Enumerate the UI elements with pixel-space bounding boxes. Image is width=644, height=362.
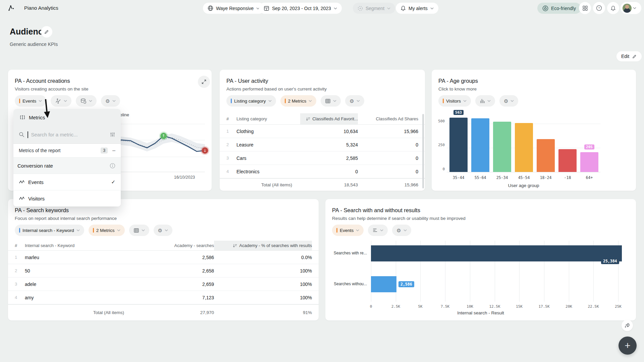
column-header-sorted[interactable]: Academy - % of searches with results [214,241,312,250]
chevron-down-icon [64,100,67,102]
assistant-button[interactable] [622,320,633,331]
chart-type-selector-pill[interactable] [129,225,149,236]
column-header[interactable]: # [15,243,25,248]
widget-settings-pill[interactable]: ⚙ [345,95,364,107]
table-row[interactable]: 4 Electronics 0 0 [220,165,425,178]
column-header-sorted[interactable]: Classifieds Ad Favorit... [300,113,358,124]
page-subtitle: Generic audience KPIs [10,42,58,47]
age-bar-35-44[interactable] [449,118,468,172]
table-row[interactable]: 4 amy 7,123 100% [8,291,319,304]
dimension-pill-label: Internal search - Keyword [22,228,74,233]
widget-settings-pill[interactable]: ⚙ [392,225,411,236]
help-button[interactable]: ? [593,2,605,14]
date-range-selector[interactable]: Sep 20, 2023 - Oct 19, 2023 [259,3,342,14]
site-selector[interactable]: Waye Responsive [203,3,264,14]
chart-type-selector-pill[interactable] [321,95,341,107]
help-icon: ? [596,5,602,11]
my-alerts[interactable]: My alerts [396,3,438,14]
age-bar-45-54[interactable] [515,123,533,172]
filter-sliders-icon[interactable] [110,132,115,137]
eco-tree-icon [542,5,548,11]
horizontal-bars-icon [372,228,378,233]
result-bar-1[interactable] [371,276,396,292]
info-icon[interactable] [110,163,115,169]
metrics-of-report-section[interactable]: Metrics of the report 3 – [13,144,121,157]
chart-type-selector-pill[interactable] [475,95,495,107]
svg-text:↑: ↑ [162,134,165,138]
age-bar-55-64[interactable] [471,118,489,172]
x-axis-tick-label: 25-34 [496,175,508,180]
table-row[interactable]: 2 Leasure 5,324 0 [220,138,425,152]
x-axis-tick-label: 64+ [586,175,593,180]
segment-selector[interactable]: Segment [353,3,395,14]
check-icon: ✓ [111,179,115,185]
chevron-down-icon [334,7,337,9]
data-source-selector-pill[interactable] [76,95,97,107]
metric-search-input[interactable] [31,132,107,137]
apps-grid-button[interactable] [579,2,591,14]
chart-type-selector-pill[interactable] [51,95,71,107]
chevron-down-icon [165,229,168,231]
table-row[interactable]: 3 adele 2,659 100% [8,278,319,291]
collapse-icon[interactable]: – [112,147,115,154]
dropdown-header: Metrics [13,109,121,126]
eco-friendly-badge[interactable]: Eco-friendly [537,3,581,14]
column-header[interactable]: # [226,116,236,121]
metric-pill-label: Visitors [446,99,461,104]
age-bar-25-34[interactable] [493,122,511,172]
widget-settings-pill[interactable]: ⚙ [154,225,172,236]
age-bar-64+[interactable] [580,152,598,172]
widget-subtitle: Actions performed based on user's curren… [226,86,327,92]
metric-selector-pill[interactable]: Events [332,225,364,236]
bar-category-label: Searches with re... [328,251,367,255]
edit-dashboard-button[interactable]: Edit [616,51,642,61]
age-bar-18-24[interactable] [537,139,555,172]
table-row[interactable]: 1 Clothing 10,634 15,966 [220,125,425,138]
table-row[interactable]: 1 marleu 2,586 0.0% [8,251,319,264]
table-row[interactable]: 3 Cars 2,585 0 [220,152,425,165]
annotation-arrow [40,97,53,123]
add-widget-button[interactable]: + [619,337,637,355]
user-menu[interactable] [621,2,641,14]
rocket-icon [624,322,630,328]
topbar: Piano Analytics Waye Responsive Sep 20, … [0,0,644,16]
age-bar--18[interactable] [558,149,577,172]
expand-widget-button[interactable] [198,76,210,88]
result-bar-0[interactable] [371,245,622,261]
dropdown-item-conversion-rate[interactable]: Conversion rate [13,157,121,174]
table-scrollbar[interactable] [422,114,424,188]
column-header[interactable]: Internal search - Keyword [25,243,132,248]
widget-subtitle: Click to know more [438,86,477,92]
chevron-down-icon [112,100,116,102]
column-header[interactable]: Classifieds Ad Shares [358,116,418,121]
widget-title: PA - Age groups [438,78,478,84]
chart-type-selector-pill[interactable] [368,225,388,236]
metric-selector-pill[interactable]: 2 Metrics [280,95,317,107]
age-groups-bar-chart: 56335-4455-6425-3445-5418-24-1820564+ [447,115,600,172]
column-header[interactable]: Listing category [236,116,300,121]
widget-settings-pill[interactable]: ⚙ [101,95,120,107]
column-header[interactable]: Academy - searches [132,243,214,248]
x-axis-tick-label: 7.5K [441,304,450,309]
table-row[interactable]: 2 50 2,658 100% [8,264,319,278]
metric-pill-label: Events [340,228,354,233]
dimension-selector-pill[interactable]: Listing category [226,95,276,107]
dropdown-item-visitors[interactable]: Visitors [13,190,121,206]
rename-dashboard-button[interactable] [41,26,52,38]
widget-settings-pill[interactable]: ⚙ [499,95,518,107]
site-selector-label: Waye Responsive [216,6,254,11]
search-results-bar-chart: 02.5K5K7.5K10K12.5K15K17.5K20K22.5K25K25… [371,241,623,302]
pencil-icon [632,54,637,59]
metric-selector-pill[interactable]: Visitors [438,95,471,107]
dimension-selector-pill[interactable]: Internal search - Keyword [15,225,84,236]
widget-title: PA - User activity [226,78,268,84]
dropdown-item-events[interactable]: Events ✓ [13,174,121,190]
widget-title: PA - Search keywords [15,207,69,214]
table-total-row: Total (All items) 27,970 91% [8,304,319,320]
segment-label: Segment [366,6,384,11]
metric-selector-pill[interactable]: 2 Metrics [89,225,125,236]
notifications-button[interactable] [607,2,619,14]
widget-search-results: PA - Search with and without results Res… [325,199,636,320]
x-axis-tick-label: 22.5K [588,304,599,309]
metric-search-row[interactable] [13,126,121,144]
